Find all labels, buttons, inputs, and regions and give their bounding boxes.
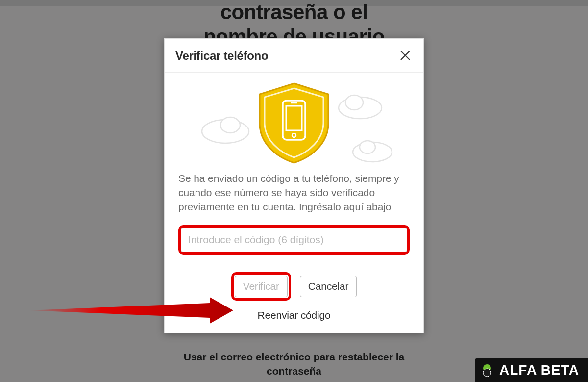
watermark-logo-icon — [480, 363, 494, 378]
verify-button-highlight: Verificar — [231, 272, 291, 301]
resend-row: Reenviar código — [178, 309, 410, 321]
svg-point-5 — [345, 95, 363, 110]
watermark-text: ALFA BETA — [499, 362, 579, 378]
code-input[interactable] — [181, 228, 407, 252]
svg-point-3 — [220, 117, 240, 133]
modal-header: Verificar teléfono — [165, 39, 423, 73]
cancel-button[interactable]: Cancelar — [300, 276, 357, 297]
modal-body: Se ha enviado un código a tu teléfono, s… — [165, 73, 423, 333]
verify-phone-modal: Verificar teléfono — [164, 38, 424, 333]
close-icon — [400, 50, 411, 61]
watermark: ALFA BETA — [475, 358, 588, 382]
code-input-highlight — [178, 225, 410, 255]
shield-phone-icon — [179, 78, 409, 167]
shield-illustration — [178, 78, 410, 167]
resend-code-link[interactable]: Reenviar código — [258, 309, 331, 321]
verify-button[interactable]: Verificar — [235, 276, 288, 297]
svg-point-7 — [360, 141, 375, 153]
modal-title: Verificar teléfono — [175, 49, 268, 63]
button-row: Verificar Cancelar — [178, 272, 410, 301]
svg-point-14 — [483, 369, 491, 377]
instruction-text: Se ha enviado un código a tu teléfono, s… — [178, 172, 410, 214]
close-button[interactable] — [398, 49, 413, 63]
